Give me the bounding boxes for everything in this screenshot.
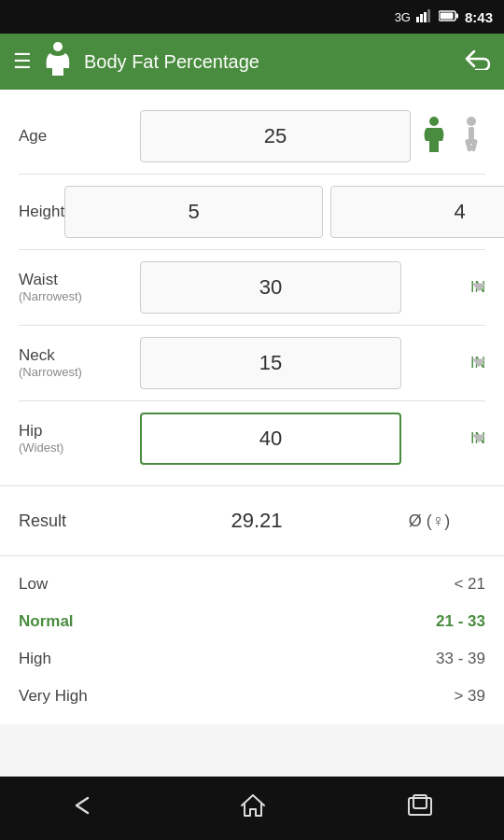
waist-label: Waist (Narrowest)	[19, 271, 140, 304]
result-section: Result 29.21 Ø (♀)	[0, 485, 504, 555]
neck-inputs	[140, 337, 401, 389]
toolbar: ☰ Body Fat Percentage	[0, 34, 504, 90]
svg-rect-0	[416, 17, 419, 22]
time-display: 8:43	[465, 9, 493, 25]
app-icon	[45, 42, 71, 82]
height-inputs	[64, 186, 504, 238]
neck-label: Neck (Narrowest)	[19, 346, 140, 380]
range-row-normal: Normal 21 - 33	[19, 603, 485, 640]
range-value-high: 33 - 39	[436, 650, 485, 668]
age-inputs	[140, 110, 411, 162]
female-icon[interactable]	[420, 117, 448, 156]
age-input[interactable]	[140, 110, 411, 162]
nav-home-button[interactable]	[240, 793, 266, 823]
signal-icon	[416, 9, 433, 25]
svg-rect-5	[455, 13, 458, 18]
svg-rect-6	[440, 12, 453, 19]
result-value: 29.21	[140, 509, 373, 533]
svg-point-8	[429, 117, 439, 126]
hip-label: Hip (Widest)	[19, 422, 140, 455]
age-label: Age	[19, 127, 140, 146]
svg-point-7	[53, 42, 63, 51]
range-label-very-high: Very High	[19, 687, 454, 706]
height-inches-input[interactable]	[330, 186, 504, 238]
waist-inputs	[140, 261, 401, 314]
hip-inputs	[140, 413, 401, 465]
result-row: Result 29.21 Ø (♀)	[19, 496, 485, 546]
nav-recent-button[interactable]	[407, 794, 433, 822]
svg-rect-1	[420, 14, 423, 22]
svg-rect-2	[424, 12, 427, 22]
battery-icon	[439, 10, 459, 24]
height-feet-input[interactable]	[64, 186, 323, 238]
waist-input[interactable]	[140, 261, 401, 314]
neck-unit-dropdown[interactable]	[472, 359, 485, 368]
waist-row: Waist (Narrowest) IN	[19, 250, 485, 326]
result-label: Result	[19, 511, 140, 531]
waist-unit[interactable]: IN	[401, 279, 485, 296]
neck-row: Neck (Narrowest) IN	[19, 326, 485, 401]
network-label: 3G	[395, 10, 411, 24]
nav-bar	[0, 777, 504, 840]
range-label-normal: Normal	[19, 612, 436, 631]
hip-unit[interactable]: IN	[401, 430, 485, 447]
range-value-low: < 21	[454, 575, 485, 594]
toolbar-title: Body Fat Percentage	[84, 51, 450, 73]
form-section: Age	[0, 90, 504, 485]
range-label-high: High	[19, 650, 436, 668]
range-section: Low < 21 Normal 21 - 33 High 33 - 39 Ver…	[0, 555, 504, 724]
age-row: Age	[19, 99, 485, 175]
range-row-very-high: Very High > 39	[19, 678, 485, 715]
range-value-normal: 21 - 33	[436, 612, 485, 631]
height-label: Height	[19, 203, 64, 221]
hip-row: Hip (Widest) IN	[19, 401, 485, 476]
neck-unit[interactable]: IN	[401, 355, 485, 371]
svg-rect-3	[427, 9, 430, 22]
menu-icon[interactable]: ☰	[13, 49, 32, 74]
range-row-high: High 33 - 39	[19, 640, 485, 678]
undo-icon[interactable]	[463, 48, 491, 76]
hip-unit-dropdown[interactable]	[472, 435, 485, 443]
svg-rect-13	[409, 798, 431, 815]
range-row-low: Low < 21	[19, 566, 485, 603]
male-icon[interactable]	[457, 117, 485, 156]
range-value-very-high: > 39	[454, 687, 485, 706]
waist-unit-dropdown[interactable]	[472, 284, 485, 292]
svg-point-9	[467, 117, 476, 126]
result-category: Ø (♀)	[373, 511, 485, 531]
hip-input[interactable]	[140, 413, 401, 465]
status-bar: 3G 8:43	[0, 0, 504, 34]
height-row: Height FT + IN	[19, 175, 485, 250]
content-area: Age	[0, 90, 504, 724]
gender-selector[interactable]	[420, 117, 485, 156]
nav-back-button[interactable]	[71, 794, 99, 822]
range-label-low: Low	[19, 575, 454, 594]
neck-input[interactable]	[140, 337, 401, 389]
